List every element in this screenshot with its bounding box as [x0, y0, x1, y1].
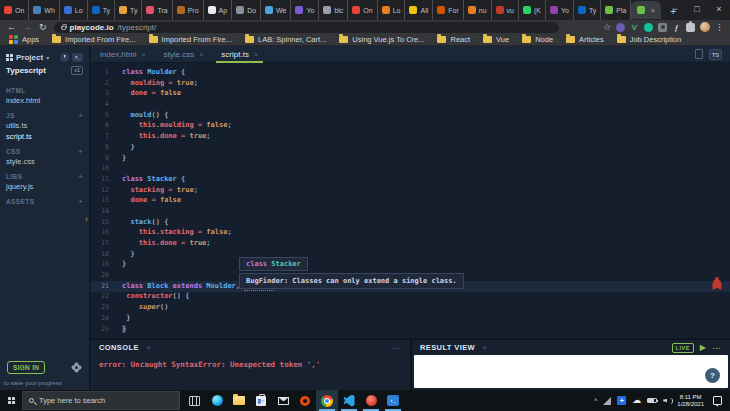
ime-icon[interactable]: +	[617, 396, 626, 405]
address-bar[interactable]: playcode.io/typescript/	[54, 22, 559, 33]
add-file-icon[interactable]: +	[78, 112, 83, 119]
bookmark-item[interactable]: LAB: Spinner, Cart...	[245, 35, 326, 44]
console-menu-icon[interactable]: ⋯	[392, 345, 402, 351]
start-button[interactable]	[0, 390, 22, 411]
console-close-icon[interactable]: ×	[146, 344, 151, 352]
add-file-icon[interactable]: +	[78, 148, 83, 155]
editor-tab-close-icon[interactable]: ×	[141, 51, 145, 58]
close-button[interactable]: ×	[708, 0, 730, 20]
bookmark-item[interactable]: Using Vue.js To Cre...	[339, 35, 424, 44]
hidden-icons-chevron[interactable]: ^	[594, 397, 597, 404]
browser-tab[interactable]: vu	[492, 0, 519, 20]
editor-tab[interactable]: script.ts×	[212, 46, 267, 63]
browser-tab[interactable]: Pla	[601, 0, 631, 20]
browser-tab[interactable]: Tra	[142, 0, 172, 20]
live-badge[interactable]: LIVE	[672, 343, 694, 353]
vimium-icon[interactable]	[616, 23, 625, 32]
add-file-icon[interactable]: +	[78, 198, 83, 205]
browser-tab[interactable]: We	[261, 0, 291, 20]
code-editor[interactable]: 1234567891011121314151617181920212223242…	[91, 63, 730, 338]
browser-menu-icon[interactable]: ⋮	[715, 22, 724, 32]
browser-tab-active[interactable]: ×	[631, 1, 661, 19]
browser-tab[interactable]: On	[0, 0, 29, 20]
help-button[interactable]: ?	[705, 368, 720, 383]
bookmark-item[interactable]: Vue	[483, 35, 509, 44]
browser-tab[interactable]: blc	[319, 0, 348, 20]
browser-tab[interactable]: Ty	[574, 0, 601, 20]
run-play-icon[interactable]: ▶	[700, 344, 706, 352]
terminal-icon[interactable]: >_	[72, 53, 83, 62]
browser-tab[interactable]: Wh	[29, 0, 60, 20]
browser-tab[interactable]: For	[433, 0, 464, 20]
version-badge[interactable]: v1	[71, 66, 83, 75]
file-item[interactable]: utils.ts	[0, 119, 89, 130]
result-iframe[interactable]: ?	[414, 355, 728, 388]
browser-tab[interactable]: Ty	[115, 0, 142, 20]
settings-gear-icon[interactable]	[73, 364, 80, 371]
extensions-puzzle-icon[interactable]	[686, 23, 695, 32]
function-icon[interactable]: ƒ	[672, 23, 681, 32]
browser-tab[interactable]: Ap	[204, 0, 233, 20]
grammarly-icon[interactable]	[644, 23, 653, 32]
browser-tab[interactable]: nu	[464, 0, 492, 20]
taskbar-app-chrome[interactable]	[316, 390, 338, 411]
volume-icon[interactable]	[663, 397, 671, 405]
onedrive-cloud-icon[interactable]: ☁	[632, 396, 641, 405]
taskbar-app-edge[interactable]	[206, 390, 228, 411]
screenshot-camera-icon[interactable]	[658, 23, 667, 32]
network-icon[interactable]	[603, 397, 611, 405]
task-view-icon[interactable]	[189, 396, 200, 406]
playcode-logo-icon[interactable]	[6, 54, 13, 61]
project-menu[interactable]: Project	[16, 53, 43, 62]
taskbar-clock[interactable]: 8:11 PM 1/28/2021	[677, 394, 704, 408]
bookmark-item[interactable]: Imported From Fire...	[52, 35, 135, 44]
taskbar-search[interactable]: Type here to search	[22, 391, 180, 410]
bookmark-star-icon[interactable]: ☆	[603, 22, 611, 32]
editor-tab-close-icon[interactable]: ×	[254, 51, 258, 58]
file-item[interactable]: script.ts	[0, 130, 89, 141]
taskbar-app-store[interactable]	[250, 390, 272, 411]
maximize-button[interactable]: □	[686, 0, 708, 20]
taskbar-app-mail[interactable]	[272, 390, 294, 411]
minimize-button[interactable]: −	[664, 0, 686, 20]
bugfinder-bug-icon[interactable]	[713, 279, 721, 288]
prettify-file-icon[interactable]	[695, 49, 703, 59]
bookmark-item[interactable]: Articles	[566, 35, 604, 44]
browser-tab[interactable]: Lo	[60, 0, 88, 20]
bookmark-item[interactable]: Imported From Fire...	[149, 35, 232, 44]
taskbar-app-explorer[interactable]	[228, 390, 250, 411]
action-center-icon[interactable]	[713, 396, 722, 405]
editor-tab-close-icon[interactable]: ×	[199, 51, 203, 58]
deploy-icon[interactable]	[60, 53, 69, 62]
browser-tab[interactable]: (K	[519, 0, 546, 20]
vue-devtools-icon[interactable]: V	[630, 23, 639, 32]
result-menu-icon[interactable]: ⋯	[712, 345, 722, 351]
result-close-icon[interactable]: ×	[482, 344, 487, 352]
browser-tab[interactable]: Do	[232, 0, 261, 20]
typescript-badge-icon[interactable]: TS	[709, 49, 722, 60]
profile-avatar[interactable]	[700, 22, 710, 32]
sign-in-button[interactable]: SIGN IN	[7, 361, 45, 374]
taskbar-app-powershell[interactable]: ›_	[382, 390, 404, 411]
forward-icon[interactable]: →	[23, 22, 32, 32]
taskbar-app-vscode[interactable]	[338, 390, 360, 411]
secure-lock-icon[interactable]	[61, 26, 66, 30]
browser-tab[interactable]: Pro	[173, 0, 204, 20]
project-name[interactable]: Typescript	[6, 66, 46, 75]
tab-close-icon[interactable]: ×	[650, 6, 655, 15]
editor-tab[interactable]: style.css×	[155, 46, 213, 63]
add-file-icon[interactable]: +	[78, 173, 83, 180]
browser-tab[interactable]: All	[405, 0, 433, 20]
browser-tab[interactable]: Yo	[291, 0, 319, 20]
browser-tab[interactable]: Lo	[378, 0, 406, 20]
battery-icon[interactable]	[647, 398, 657, 403]
file-item[interactable]: style.css	[0, 155, 89, 166]
bookmark-item[interactable]: React	[437, 35, 470, 44]
collapse-sidebar-icon[interactable]: ‹	[85, 214, 88, 224]
file-item[interactable]: index.html	[0, 94, 89, 105]
browser-tab[interactable]: On	[348, 0, 377, 20]
bookmark-item[interactable]: Job Description	[617, 35, 682, 44]
file-item[interactable]: jquery.js	[0, 180, 89, 191]
editor-tab[interactable]: index.html×	[91, 46, 155, 63]
bookmark-item[interactable]: Node	[522, 35, 553, 44]
